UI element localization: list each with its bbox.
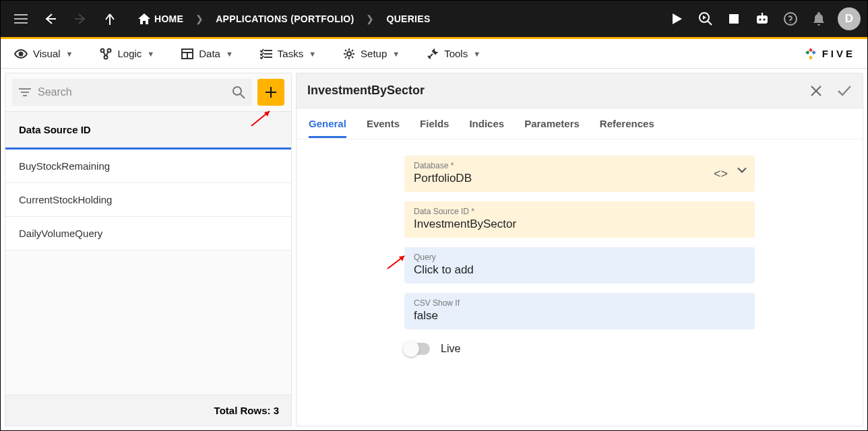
- search-placeholder: Search: [38, 86, 225, 98]
- breadcrumb-applications-label: APPLICATIONS (PORTFOLIO): [216, 13, 354, 24]
- menu-tools[interactable]: Tools▼: [427, 48, 480, 60]
- field-query-value: Click to add: [414, 263, 745, 277]
- logo-text: FIVE: [822, 48, 855, 59]
- forward-icon: [67, 5, 94, 32]
- field-dsid-value: InvestmentBySector: [414, 218, 745, 231]
- breadcrumb: HOME ❯ APPLICATIONS (PORTFOLIO) ❯ QUERIE…: [129, 13, 440, 24]
- breadcrumb-home[interactable]: HOME: [129, 13, 193, 24]
- field-csv-label: CSV Show If: [414, 298, 745, 308]
- field-query-label: Query: [414, 253, 745, 262]
- tabs: General Events Fields Indices Parameters…: [297, 108, 863, 139]
- menu-visual-label: Visual: [33, 48, 61, 59]
- svg-marker-34: [399, 256, 404, 261]
- menu-visual[interactable]: Visual▼: [14, 48, 73, 59]
- hamburger-icon[interactable]: [7, 5, 34, 32]
- search-icon[interactable]: [232, 86, 245, 99]
- tab-parameters[interactable]: Parameters: [524, 110, 580, 137]
- field-query[interactable]: Query Click to add: [404, 247, 755, 284]
- menu-setup[interactable]: Setup▼: [343, 48, 400, 60]
- avatar-initial: D: [845, 12, 853, 26]
- menu-tasks-label: Tasks: [278, 48, 303, 59]
- logic-icon: [100, 48, 112, 60]
- menu-logic-label: Logic: [117, 48, 142, 59]
- svg-point-13: [108, 48, 111, 52]
- tab-indices[interactable]: Indices: [469, 110, 504, 137]
- field-datasource-id[interactable]: Data Source ID * InvestmentBySector: [404, 201, 755, 238]
- svg-point-8: [762, 13, 764, 14]
- total-rows-label: Total Rows: 3: [5, 395, 291, 426]
- svg-line-26: [241, 94, 245, 98]
- confirm-icon[interactable]: [837, 85, 852, 97]
- tools-icon: [427, 48, 439, 60]
- menubar: Visual▼ Logic▼ Data▼ Tasks▼ Setup▼ Tools…: [1, 39, 867, 69]
- svg-point-11: [20, 52, 23, 55]
- close-icon[interactable]: [810, 85, 822, 97]
- tab-fields[interactable]: Fields: [420, 110, 449, 137]
- field-csv-value: false: [414, 309, 745, 323]
- search-run-icon[interactable]: [692, 5, 719, 32]
- search-input[interactable]: Search: [12, 79, 252, 106]
- table-icon: [181, 48, 193, 59]
- eye-icon: [14, 49, 28, 59]
- field-csv-show-if[interactable]: CSV Show If false: [404, 293, 755, 329]
- svg-point-5: [759, 18, 761, 20]
- svg-line-33: [388, 256, 404, 269]
- gear-icon: [343, 48, 355, 60]
- breadcrumb-queries-label: QUERIES: [386, 13, 430, 24]
- field-database[interactable]: Database * PortfolioDB <>: [404, 156, 755, 192]
- chevron-right-icon: ❯: [193, 13, 206, 24]
- topbar: HOME ❯ APPLICATIONS (PORTFOLIO) ❯ QUERIE…: [1, 1, 867, 37]
- menu-logic[interactable]: Logic▼: [100, 48, 154, 60]
- robot-icon[interactable]: [749, 5, 776, 32]
- list-item[interactable]: CurrentStockHolding: [5, 183, 291, 217]
- play-icon[interactable]: [664, 5, 691, 32]
- plus-icon: [265, 86, 277, 98]
- toggle-live-label: Live: [441, 343, 460, 355]
- toggle-live[interactable]: [404, 343, 430, 355]
- breadcrumb-home-label: HOME: [154, 13, 183, 24]
- menu-tasks[interactable]: Tasks▼: [260, 48, 316, 59]
- svg-point-10: [790, 22, 791, 24]
- home-icon: [138, 13, 150, 24]
- tasks-icon: [260, 48, 272, 59]
- detail-title: InvestmentBySector: [307, 84, 425, 98]
- breadcrumb-applications[interactable]: APPLICATIONS (PORTFOLIO): [206, 13, 363, 24]
- tab-references[interactable]: References: [600, 110, 654, 137]
- brand-logo: FIVE: [803, 46, 855, 61]
- chevron-right-icon: ❯: [363, 13, 377, 24]
- svg-point-6: [763, 18, 765, 20]
- chevron-down-icon[interactable]: [737, 167, 747, 181]
- avatar[interactable]: D: [838, 7, 861, 30]
- back-icon[interactable]: [37, 5, 64, 32]
- svg-rect-3: [729, 14, 739, 24]
- breadcrumb-queries[interactable]: QUERIES: [377, 13, 439, 24]
- svg-rect-4: [757, 15, 768, 24]
- field-database-label: Database *: [414, 161, 745, 170]
- tab-general[interactable]: General: [309, 110, 346, 137]
- svg-point-14: [104, 55, 108, 59]
- up-icon[interactable]: [96, 5, 123, 32]
- menu-data[interactable]: Data▼: [181, 48, 233, 59]
- list-column-header[interactable]: Data Source ID: [5, 111, 291, 150]
- svg-point-25: [233, 87, 241, 95]
- code-icon[interactable]: <>: [714, 167, 728, 181]
- detail-panel: InvestmentBySector General Events Fields…: [296, 73, 863, 426]
- help-icon[interactable]: [777, 5, 804, 32]
- left-panel: Search Data Source ID BuyStockRemaining …: [5, 73, 292, 426]
- filter-icon: [19, 88, 31, 97]
- add-button[interactable]: [257, 79, 284, 106]
- tab-events[interactable]: Events: [367, 110, 400, 137]
- logo-icon: [803, 46, 818, 61]
- menu-setup-label: Setup: [361, 48, 387, 59]
- stop-icon[interactable]: [720, 5, 747, 32]
- list-item[interactable]: DailyVolumeQuery: [5, 217, 291, 251]
- list-item[interactable]: BuyStockRemaining: [5, 150, 291, 183]
- field-dsid-label: Data Source ID *: [414, 207, 745, 216]
- toggle-live-row: Live: [404, 343, 755, 355]
- field-database-value: PortfolioDB: [414, 172, 745, 185]
- menu-data-label: Data: [199, 48, 220, 59]
- bell-icon[interactable]: [805, 5, 832, 32]
- svg-point-21: [347, 52, 351, 56]
- svg-point-12: [101, 48, 104, 52]
- menu-tools-label: Tools: [444, 48, 468, 59]
